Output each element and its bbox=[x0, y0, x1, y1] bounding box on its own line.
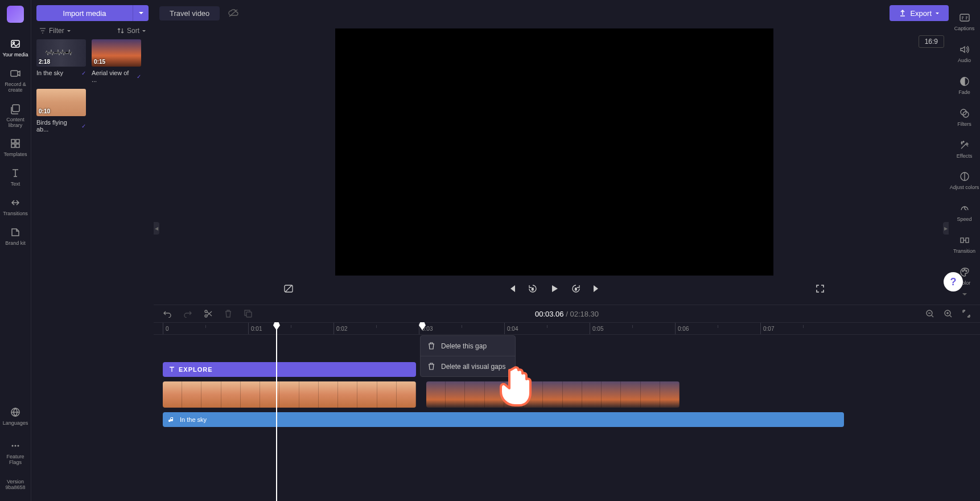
timecode: 00:03.06 / 02:18.30 bbox=[535, 310, 599, 318]
project-title-input[interactable]: Travel video bbox=[159, 6, 220, 20]
svg-rect-7 bbox=[16, 144, 19, 147]
video-clip-1[interactable] bbox=[163, 381, 416, 408]
sync-status-icon bbox=[228, 9, 239, 18]
nav-languages[interactable]: Languages bbox=[0, 401, 31, 431]
app-logo[interactable] bbox=[7, 6, 24, 23]
check-icon: ✓ bbox=[81, 70, 86, 76]
nav-text[interactable]: Text bbox=[0, 162, 31, 192]
redo-button[interactable] bbox=[183, 310, 192, 318]
svg-point-22 bbox=[966, 270, 967, 272]
audio-icon bbox=[958, 43, 971, 56]
chevron-down-icon bbox=[142, 30, 146, 32]
nav-captions[interactable]: Captions bbox=[949, 6, 980, 38]
duplicate-button[interactable] bbox=[244, 309, 253, 318]
nav-audio[interactable]: Audio bbox=[949, 38, 980, 69]
nav-feature-flags[interactable]: Feature Flags bbox=[0, 435, 31, 470]
svg-point-20 bbox=[962, 270, 963, 272]
timeline: 00:03.06 / 02:18.30 0 0:01 0:02 0:03 0:0… bbox=[154, 305, 980, 501]
effects-icon bbox=[958, 139, 971, 151]
video-preview[interactable] bbox=[335, 28, 773, 276]
upload-icon bbox=[899, 9, 907, 17]
chevron-down-icon bbox=[67, 30, 71, 32]
svg-rect-4 bbox=[11, 139, 15, 143]
playhead[interactable] bbox=[276, 322, 277, 501]
globe-icon bbox=[9, 406, 22, 418]
nav-content-library[interactable]: Content library bbox=[0, 98, 31, 133]
media-thumbnail: 2:18 bbox=[36, 39, 86, 67]
nav-label: Languages bbox=[3, 421, 28, 426]
svg-text:5: 5 bbox=[532, 288, 534, 291]
collapse-media-panel[interactable]: ◀ bbox=[154, 222, 159, 235]
split-button[interactable] bbox=[204, 309, 213, 318]
prev-frame-button[interactable] bbox=[507, 284, 516, 293]
media-item[interactable]: 0:15 Aerial view of ...✓ bbox=[92, 39, 141, 83]
play-button[interactable] bbox=[549, 284, 559, 294]
next-frame-button[interactable] bbox=[592, 284, 602, 293]
media-icon bbox=[9, 38, 22, 50]
nav-label: Your media bbox=[2, 52, 28, 58]
nav-your-media[interactable]: Your media bbox=[0, 33, 31, 63]
more-tools[interactable] bbox=[961, 292, 968, 297]
delete-button[interactable] bbox=[224, 309, 232, 318]
svg-rect-2 bbox=[11, 71, 18, 76]
import-media-button[interactable]: Import media bbox=[36, 5, 133, 21]
fit-timeline-button[interactable] bbox=[962, 309, 971, 318]
skip-back-button[interactable]: 5 bbox=[528, 284, 538, 294]
video-clip-2[interactable] bbox=[426, 381, 680, 408]
svg-point-11 bbox=[18, 445, 19, 447]
undo-button[interactable] bbox=[163, 310, 172, 318]
duration-label: 0:15 bbox=[94, 59, 105, 65]
nav-transition[interactable]: Transition bbox=[949, 228, 980, 260]
nav-label: Templates bbox=[3, 152, 27, 158]
nav-brand-kit[interactable]: Brand kit bbox=[0, 221, 31, 251]
tracks-area[interactable]: EXPLORE In the sky bbox=[154, 335, 980, 501]
text-clip[interactable]: EXPLORE bbox=[163, 362, 416, 377]
fullscreen-button[interactable] bbox=[816, 284, 825, 293]
text-icon bbox=[168, 366, 175, 373]
zoom-out-button[interactable] bbox=[925, 309, 934, 318]
top-bar: Travel video Export bbox=[159, 5, 949, 21]
music-icon bbox=[168, 416, 175, 423]
chevron-down-icon bbox=[935, 12, 940, 15]
trash-icon bbox=[427, 362, 435, 371]
aspect-ratio-button[interactable]: 16:9 bbox=[919, 35, 944, 48]
check-icon: ✓ bbox=[81, 123, 86, 129]
svg-point-28 bbox=[205, 315, 207, 317]
nav-fade[interactable]: Fade bbox=[949, 69, 980, 101]
nav-effects[interactable]: Effects bbox=[949, 133, 980, 165]
filters-icon bbox=[958, 107, 971, 120]
check-icon: ✓ bbox=[137, 73, 141, 80]
nav-templates[interactable]: Templates bbox=[0, 133, 31, 162]
export-button[interactable]: Export bbox=[890, 5, 949, 21]
media-item[interactable]: 0:10 Birds flying ab...✓ bbox=[36, 89, 86, 133]
filter-icon bbox=[39, 27, 47, 35]
right-sidebar: Captions Audio Fade Filters Effects Adju… bbox=[949, 0, 980, 302]
svg-rect-19 bbox=[966, 238, 969, 243]
adjust-icon bbox=[958, 170, 971, 183]
skip-forward-button[interactable]: 5 bbox=[571, 284, 581, 294]
filter-button[interactable]: Filter bbox=[39, 27, 71, 35]
transition-icon bbox=[958, 234, 971, 247]
delete-all-gaps[interactable]: Delete all visual gaps bbox=[421, 356, 515, 376]
nav-transitions[interactable]: Transitions bbox=[0, 192, 31, 221]
media-item[interactable]: 2:18 In the sky✓ bbox=[36, 39, 86, 83]
svg-rect-13 bbox=[960, 14, 969, 21]
safe-zones-button[interactable] bbox=[283, 284, 294, 293]
transitions-icon bbox=[9, 196, 22, 209]
nav-filters[interactable]: Filters bbox=[949, 101, 980, 133]
text-icon bbox=[9, 167, 22, 179]
delete-this-gap[interactable]: Delete this gap bbox=[421, 336, 515, 356]
left-sidebar: Your media Record & create Content libra… bbox=[0, 0, 31, 501]
help-button[interactable]: ? bbox=[944, 272, 963, 291]
sort-button[interactable]: Sort bbox=[117, 27, 146, 35]
media-panel: Import media Filter Sort 2:18 In the sky… bbox=[31, 0, 154, 302]
nav-speed[interactable]: Speed bbox=[949, 196, 980, 228]
nav-version[interactable]: Version 9ba8658 bbox=[0, 475, 31, 495]
nav-adjust-colors[interactable]: Adjust colors bbox=[949, 165, 980, 196]
zoom-in-button[interactable] bbox=[944, 309, 953, 318]
nav-record-create[interactable]: Record & create bbox=[0, 63, 31, 98]
import-dropdown[interactable] bbox=[133, 5, 149, 21]
audio-clip[interactable]: In the sky bbox=[163, 412, 844, 427]
sort-icon bbox=[117, 27, 125, 35]
duration-label: 0:10 bbox=[39, 108, 50, 114]
